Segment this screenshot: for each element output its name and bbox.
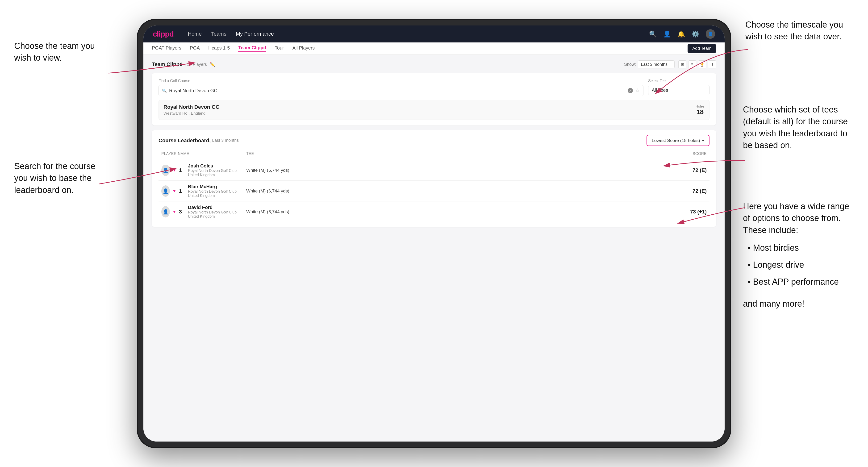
bullet-2: • Longest drive <box>748 256 856 273</box>
score-filter-button[interactable]: Lowest Score (18 holes) ▾ <box>647 135 710 146</box>
avatar-1: 👤 <box>161 165 170 176</box>
team-header: Team Clippd | 14 Players ✏️ Show: Last 3… <box>152 60 716 68</box>
player-cell-3: 👤 ♥ 3 David Ford Royal North Devon Golf … <box>161 205 246 219</box>
main-content: Team Clippd | 14 Players ✏️ Show: Last 3… <box>144 55 724 441</box>
tab-team-clippd[interactable]: Team Clippd <box>238 45 266 52</box>
heart-icon-2[interactable]: ♥ <box>173 188 176 193</box>
player-name-2: Blair McHarg <box>188 184 246 189</box>
nav-teams[interactable]: Teams <box>211 31 226 37</box>
player-info-3: David Ford Royal North Devon Golf Club, … <box>188 205 246 219</box>
bullet-1: • Most birdies <box>748 239 856 256</box>
favorite-button[interactable]: ☆ <box>635 88 640 94</box>
show-select[interactable]: Last 3 months Last month Last 6 months L… <box>638 60 675 68</box>
course-name: Royal North Devon GC <box>163 104 219 110</box>
rank-2: 1 <box>179 188 185 194</box>
list-view-icon[interactable]: ≡ <box>688 60 696 68</box>
edit-icon[interactable]: ✏️ <box>210 62 215 67</box>
find-course-label: Find a Golf Course <box>158 79 644 83</box>
bell-icon[interactable]: 🔔 <box>677 30 685 38</box>
tee-2: White (M) (6,744 yds) <box>246 188 612 194</box>
score-3: 73 (+1) <box>659 209 707 215</box>
annotation-mid-right-options: Here you have a wide range of options to… <box>743 200 856 310</box>
tab-pgat-players[interactable]: PGAT Players <box>152 45 181 52</box>
leaderboard-header: Course Leaderboard, Last 3 months Lowest… <box>158 135 710 146</box>
score-2: 72 (E) <box>659 188 707 194</box>
tab-hcaps[interactable]: Hcaps 1-5 <box>208 45 230 52</box>
heart-icon-1[interactable]: ♥ <box>173 168 176 173</box>
player-cell-2: 👤 ♥ 1 Blair McHarg Royal North Devon Gol… <box>161 184 246 198</box>
rank-3: 3 <box>179 209 185 215</box>
course-search-input[interactable] <box>169 88 625 93</box>
view-icons: ⊞ ≡ 🏆 ⬇ <box>678 60 716 68</box>
search-icon: 🔍 <box>162 88 167 93</box>
rank-1: 1 <box>179 167 185 173</box>
tee-select-wrap: Select Tee All Tees White Yellow Red <box>648 79 710 96</box>
tablet-frame: clippd Home Teams My Performance 🔍 👤 🔔 ⚙… <box>137 19 731 448</box>
annotation-options-title: Here you have a wide range of options to… <box>743 200 856 236</box>
annotation-top-right: Choose the timescale you wish to see the… <box>745 19 854 43</box>
search-row: Find a Golf Course 🔍 ✕ ☆ Select Tee All … <box>158 79 710 96</box>
player-info-2: Blair McHarg Royal North Devon Golf Club… <box>188 184 246 198</box>
people-icon[interactable]: 👤 <box>663 30 671 38</box>
score-1: 72 (E) <box>659 167 707 173</box>
tee-1: White (M) (6,744 yds) <box>246 168 612 173</box>
course-info: Royal North Devon GC Westward Ho!, Engla… <box>163 104 219 116</box>
course-location: Westward Ho!, England <box>163 111 219 116</box>
tab-tour[interactable]: Tour <box>275 45 284 52</box>
nav-icons: 🔍 👤 🔔 ⚙️ 👤 <box>649 29 715 39</box>
tab-pga[interactable]: PGA <box>190 45 200 52</box>
download-icon[interactable]: ⬇ <box>708 60 716 68</box>
grid-view-icon[interactable]: ⊞ <box>678 60 686 68</box>
col-empty <box>612 152 659 156</box>
holes-number: 18 <box>695 108 705 116</box>
select-tee-label: Select Tee <box>648 79 710 83</box>
holes-label: Holes <box>695 104 705 108</box>
team-count: | 14 Players <box>184 62 207 67</box>
search-icon[interactable]: 🔍 <box>649 30 657 38</box>
col-player: PLAYER NAME <box>161 152 246 156</box>
annotation-top-left: Choose the team you wish to view. <box>14 40 113 64</box>
team-name: Team Clippd <box>152 61 183 67</box>
chevron-down-icon: ▾ <box>702 138 704 143</box>
heart-icon-3[interactable]: ♥ <box>173 209 176 214</box>
and-more: and many more! <box>743 298 856 310</box>
player-club-1: Royal North Devon Golf Club, United King… <box>188 168 246 177</box>
score-filter-label: Lowest Score (18 holes) <box>652 138 700 143</box>
tablet-screen: clippd Home Teams My Performance 🔍 👤 🔔 ⚙… <box>144 26 724 441</box>
col-score: SCORE <box>659 152 707 156</box>
course-search-field: Find a Golf Course 🔍 ✕ ☆ <box>158 79 644 96</box>
avatar-3: 👤 <box>161 206 170 217</box>
tab-all-players[interactable]: All Players <box>292 45 315 52</box>
table-row: 👤 ♥ 1 Josh Coles Royal North Devon Golf … <box>158 160 710 181</box>
leaderboard-container: Course Leaderboard, Last 3 months Lowest… <box>152 130 716 227</box>
app-logo: clippd <box>153 30 174 38</box>
nav-home[interactable]: Home <box>188 31 202 37</box>
trophy-icon[interactable]: 🏆 <box>698 60 706 68</box>
bullet-3: • Best APP performance <box>748 273 856 290</box>
leaderboard-subtitle: Last 3 months <box>212 138 239 143</box>
sub-nav: PGAT Players PGA Hcaps 1-5 Team Clippd T… <box>144 42 724 55</box>
player-info-1: Josh Coles Royal North Devon Golf Club, … <box>188 163 246 177</box>
table-row: 👤 ♥ 1 Blair McHarg Royal North Devon Gol… <box>158 181 710 201</box>
add-team-button[interactable]: Add Team <box>687 44 716 53</box>
settings-icon[interactable]: ⚙️ <box>691 30 699 38</box>
avatar[interactable]: 👤 <box>706 29 715 39</box>
course-result: Royal North Devon GC Westward Ho!, Engla… <box>158 100 710 120</box>
nav-my-performance[interactable]: My Performance <box>236 31 274 37</box>
col-tee: TEE <box>246 152 612 156</box>
search-container: Find a Golf Course 🔍 ✕ ☆ Select Tee All … <box>152 73 716 125</box>
search-input-row: 🔍 ✕ ☆ <box>158 85 644 96</box>
holes-box: Holes 18 <box>695 104 705 116</box>
player-club-3: Royal North Devon Golf Club, United King… <box>188 210 246 219</box>
tee-select[interactable]: All Tees White Yellow Red <box>648 85 710 95</box>
avatar-2: 👤 <box>161 185 170 197</box>
show-label: Show: <box>624 62 636 67</box>
annotation-mid-left: Search for the course you wish to base t… <box>14 160 104 196</box>
tee-3: White (M) (6,744 yds) <box>246 209 612 214</box>
player-cell-1: 👤 ♥ 1 Josh Coles Royal North Devon Golf … <box>161 163 246 177</box>
annotation-mid-right-tee: Choose which set of tees (default is all… <box>743 104 856 151</box>
clear-search-button[interactable]: ✕ <box>628 88 633 93</box>
nav-bar: clippd Home Teams My Performance 🔍 👤 🔔 ⚙… <box>144 26 724 42</box>
leaderboard-title: Course Leaderboard, <box>158 137 211 144</box>
player-name-3: David Ford <box>188 205 246 210</box>
